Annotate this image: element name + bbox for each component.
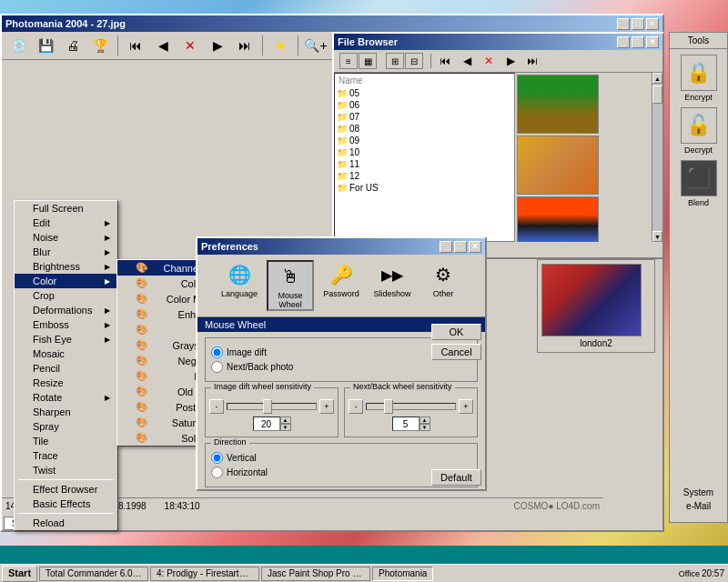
minimize-button[interactable]: _ [617, 18, 630, 30]
image-drift-slider-thumb[interactable] [263, 399, 272, 414]
encrypt-tool[interactable]: 🔒 Encrypt [670, 55, 727, 102]
prefs-icon-mousewheel[interactable]: 🖱 Mouse Wheel [267, 260, 314, 311]
prefs-icon-slideshow[interactable]: ▶▶ Slideshow [369, 260, 416, 311]
view-small-icon-btn[interactable]: ▦ [359, 53, 377, 69]
fb-minimize[interactable]: _ [617, 36, 630, 48]
radio-horizontal-input[interactable] [211, 467, 223, 478]
close-button[interactable]: ✕ [646, 18, 659, 30]
toolbar-cd-icon[interactable]: 💿 [5, 34, 31, 57]
blend-tool[interactable]: ⬛ Blend [670, 160, 727, 207]
fb-nav-first[interactable]: ⏮ [435, 52, 455, 70]
next-back-spin-up[interactable]: ▲ [420, 416, 430, 424]
prefs-minimize[interactable]: _ [440, 241, 452, 253]
toolbar-next-btn[interactable]: ⏭ [232, 34, 258, 57]
toolbar-back-btn[interactable]: ◀ [150, 34, 176, 57]
ctx-spray[interactable]: Spray [15, 419, 117, 434]
next-back-minus-btn[interactable]: - [349, 399, 363, 414]
ctx-resize[interactable]: Resize [15, 376, 117, 390]
toolbar-diskette-icon[interactable]: 💾 [33, 34, 58, 57]
ctx-basic-effects[interactable]: Basic Effects [15, 497, 117, 511]
ok-button[interactable]: OK [431, 324, 481, 340]
fb-nav-stop[interactable]: ✕ [479, 52, 499, 70]
folder-08[interactable]: 📁08 [335, 123, 514, 135]
image-drift-value-input[interactable] [253, 416, 280, 431]
maximize-button[interactable]: □ [632, 18, 644, 30]
folder-forus[interactable]: 📁For US [335, 182, 514, 194]
view-detail-btn[interactable]: ⊟ [405, 53, 423, 69]
folder-09[interactable]: 📁09 [335, 135, 514, 146]
cancel-button[interactable]: Cancel [431, 344, 481, 360]
fb-nav-next[interactable]: ▶ [500, 52, 521, 70]
fb-nav-prev[interactable]: ◀ [457, 52, 477, 70]
folder-11[interactable]: 📁11 [335, 158, 514, 170]
ctx-trace[interactable]: Trace [15, 448, 117, 463]
ctx-edit[interactable]: Edit▶ [15, 216, 117, 230]
radio-next-back-input[interactable] [211, 361, 223, 373]
ctx-color[interactable]: Color▶ [15, 274, 117, 288]
system-link[interactable]: System [670, 486, 727, 499]
prefs-close[interactable]: ✕ [469, 241, 481, 253]
image-drift-plus-btn[interactable]: + [319, 399, 334, 414]
ctx-mosaic[interactable]: Mosaic [15, 346, 117, 361]
ctx-sharpen[interactable]: Sharpen [15, 405, 117, 419]
ctx-brightness[interactable]: Brightness▶ [15, 259, 117, 274]
prefs-icon-other[interactable]: ⚙ Other [420, 260, 467, 311]
ctx-effect-browser[interactable]: Effect Browser [15, 482, 117, 497]
ctx-emboss[interactable]: Emboss▶ [15, 317, 117, 332]
radio-vertical-input[interactable] [211, 452, 223, 464]
email-link[interactable]: e-Mail [670, 499, 727, 513]
view-list-btn[interactable]: ≡ [339, 53, 358, 69]
toolbar-prev-btn[interactable]: ⏮ [123, 34, 148, 57]
scroll-up-btn[interactable]: ▲ [652, 73, 662, 84]
next-back-value-input[interactable] [392, 416, 420, 431]
image-drift-spin-down[interactable]: ▼ [280, 424, 291, 431]
photo-thumb-london2[interactable] [541, 264, 642, 336]
toolbar-stop-btn[interactable]: ✕ [177, 34, 203, 57]
ctx-twist[interactable]: Twist [15, 463, 117, 477]
toolbar-cup-icon[interactable]: 🏆 [87, 34, 113, 57]
prefs-icon-language[interactable]: 🌐 Language [216, 260, 263, 311]
prefs-icon-password[interactable]: 🔑 Password [318, 260, 365, 311]
fb-nav-last[interactable]: ⏭ [522, 52, 542, 70]
toolbar-printer-icon[interactable]: 🖨 [60, 34, 86, 57]
ctx-rotate[interactable]: Rotate▶ [15, 390, 117, 405]
fb-maximize[interactable]: □ [632, 36, 644, 48]
ctx-fisheye[interactable]: Fish Eye▶ [15, 332, 117, 346]
taskbar-item-photomania[interactable]: Photomania [372, 567, 433, 581]
ctx-tile[interactable]: Tile [15, 434, 117, 448]
image-drift-slider-track[interactable] [227, 403, 317, 410]
folder-05[interactable]: 📁05 [335, 87, 514, 99]
fb-close[interactable]: ✕ [646, 36, 659, 48]
toolbar-zoom-in-btn[interactable]: 🔍+ [303, 34, 329, 57]
scroll-down-btn[interactable]: ▼ [652, 231, 662, 242]
next-back-spin-down[interactable]: ▼ [420, 424, 430, 431]
default-button[interactable]: Default [431, 469, 481, 486]
folder-10[interactable]: 📁10 [335, 146, 514, 158]
toolbar-fwd-btn[interactable]: ▶ [205, 34, 230, 57]
taskbar-item-prodigy[interactable]: 4: Prodigy - Firestarter - Wi... [150, 567, 259, 581]
radio-vertical[interactable]: Vertical [211, 452, 471, 464]
toolbar-star-btn[interactable]: ★ [268, 34, 293, 57]
radio-image-drift-input[interactable] [211, 346, 223, 358]
image-drift-spin-up[interactable]: ▲ [280, 416, 291, 424]
taskbar-item-totalcmd[interactable]: Total Commander 6.01 - sa... [39, 567, 148, 581]
next-back-slider-thumb[interactable] [384, 399, 393, 414]
ctx-pencil[interactable]: Pencil [15, 361, 117, 376]
taskbar-item-jasc[interactable]: Jasc Paint Shop Pro - Ima... [261, 567, 370, 581]
ctx-blur[interactable]: Blur▶ [15, 245, 117, 259]
view-large-icon-btn[interactable]: ⊞ [386, 53, 404, 69]
image-drift-minus-btn[interactable]: - [209, 399, 224, 414]
ctx-deformations[interactable]: Deformations▶ [15, 303, 117, 317]
start-button[interactable]: Start [2, 566, 37, 582]
next-back-plus-btn[interactable]: + [459, 399, 473, 414]
ctx-reload[interactable]: Reload [15, 516, 117, 530]
thumb-london[interactable] [517, 196, 599, 242]
folder-06[interactable]: 📁06 [335, 99, 514, 111]
folder-07[interactable]: 📁07 [335, 111, 514, 123]
prefs-maximize[interactable]: □ [454, 241, 467, 253]
thumb-lion[interactable] [517, 135, 599, 195]
folder-12[interactable]: 📁12 [335, 170, 514, 182]
scroll-thumb[interactable] [652, 85, 662, 104]
ctx-fullscreen[interactable]: Full Screen [15, 201, 117, 216]
decrypt-tool[interactable]: 🔓 Decrypt [670, 107, 727, 155]
